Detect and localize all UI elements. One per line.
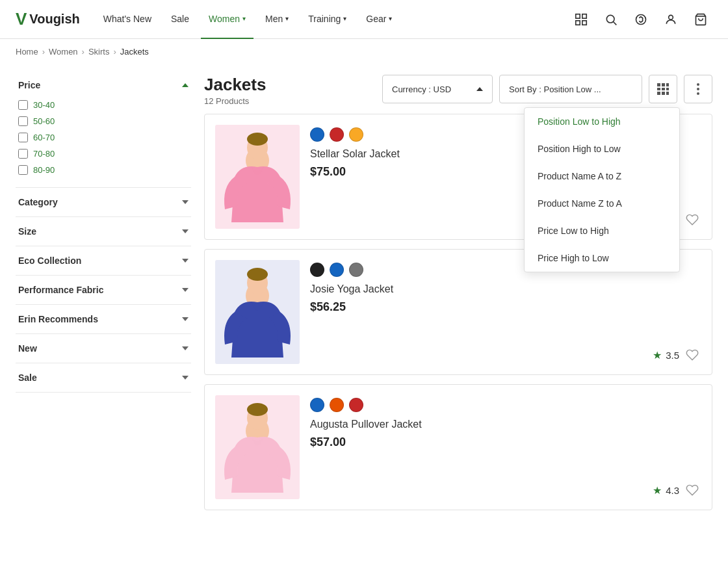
- filter-checkbox-50-60[interactable]: [18, 116, 28, 126]
- nav-links: What's NewSaleWomen ▾Men ▾Training ▾Gear…: [96, 0, 569, 39]
- sort-dropdown[interactable]: Sort By : Position Low ...: [499, 75, 642, 103]
- svg-rect-0: [576, 14, 580, 18]
- wishlist-button[interactable]: [682, 209, 703, 230]
- filter-title[interactable]: Performance Fabric: [16, 285, 191, 295]
- sort-option-price-high-to-low[interactable]: Price High to Low: [525, 244, 679, 272]
- product-price: $56.25: [310, 300, 701, 314]
- sort-option-product-name-z-to-a[interactable]: Product Name Z to A: [525, 190, 679, 217]
- filter-option-price-80-90[interactable]: 80-90: [18, 162, 188, 178]
- filter-options-price: 30-40 50-60 60-70 70-80 80-90: [16, 90, 191, 178]
- filter-title[interactable]: Category: [16, 197, 191, 207]
- svg-point-34: [247, 403, 268, 416]
- sort-option-position-low-to-high[interactable]: Position Low to High: [525, 108, 679, 135]
- filter-option-label: 50-60: [33, 116, 55, 126]
- filter-expand-icon: [182, 346, 188, 350]
- star-icon: ★: [653, 484, 662, 497]
- navbar: V Vougish What's NewSaleWomen ▾Men ▾Trai…: [0, 0, 728, 39]
- breadcrumb-skirts[interactable]: Skirts: [88, 47, 110, 57]
- toolbar: Currency : USD Sort By : Position Low ..…: [382, 75, 712, 103]
- grid-view-button[interactable]: [649, 75, 677, 103]
- filter-title[interactable]: Size: [16, 226, 191, 237]
- nav-link-men[interactable]: Men ▾: [257, 0, 296, 39]
- filter-option-price-50-60[interactable]: 50-60: [18, 113, 188, 129]
- product-colors: [310, 398, 701, 412]
- nav-chevron-icon: ▾: [343, 15, 346, 22]
- product-rating: ★ 4.3: [653, 484, 679, 497]
- nav-link-gear[interactable]: Gear ▾: [358, 0, 400, 39]
- filter-title-price[interactable]: Price: [16, 80, 191, 90]
- svg-point-9: [669, 15, 673, 20]
- color-swatch[interactable]: [330, 127, 344, 142]
- color-swatch[interactable]: [330, 398, 344, 412]
- nav-chevron-icon: ▾: [285, 15, 289, 22]
- breadcrumb-women[interactable]: Women: [49, 47, 78, 57]
- color-swatch[interactable]: [310, 127, 324, 142]
- sort-menu: Position Low to HighPosition High to Low…: [524, 107, 680, 272]
- color-swatch[interactable]: [310, 398, 324, 412]
- product-price: $57.00: [310, 436, 701, 449]
- nav-link-sale[interactable]: Sale: [163, 0, 197, 39]
- filter-section-new: New: [16, 334, 191, 363]
- currency-icon[interactable]: [629, 8, 653, 31]
- filter-expand-icon: [182, 288, 188, 292]
- sidebar: Price 30-40 50-60 60-70 70-80 80-90 Cate…: [16, 64, 191, 519]
- products-area: Jackets 12 Products Currency : USD Sort …: [204, 64, 712, 519]
- currency-dropdown[interactable]: Currency : USD: [382, 75, 493, 103]
- product-image: [215, 125, 300, 229]
- filter-title[interactable]: Erin Recommends: [16, 314, 191, 324]
- svg-point-26: [247, 133, 268, 146]
- filter-label-price: Price: [18, 80, 40, 90]
- filter-option-price-30-40[interactable]: 30-40: [18, 97, 188, 113]
- breadcrumb-current: Jackets: [120, 47, 149, 57]
- filter-title[interactable]: New: [16, 343, 191, 354]
- filter-checkbox-80-90[interactable]: [18, 165, 28, 175]
- currency-chevron-icon: [476, 87, 483, 91]
- sort-option-product-name-a-to-z[interactable]: Product Name A to Z: [525, 162, 679, 190]
- breadcrumb-home[interactable]: Home: [16, 47, 38, 57]
- color-swatch[interactable]: [349, 398, 363, 412]
- rating-value: 3.5: [666, 350, 679, 361]
- page-title-block: Jackets 12 Products: [204, 75, 266, 106]
- color-swatch[interactable]: [349, 127, 363, 142]
- wishlist-button[interactable]: [682, 480, 703, 500]
- svg-point-4: [606, 15, 614, 23]
- filter-option-price-60-70[interactable]: 60-70: [18, 129, 188, 146]
- cart-icon[interactable]: [689, 8, 712, 31]
- page-title: Jackets: [204, 75, 266, 95]
- svg-rect-14: [657, 88, 660, 90]
- nav-link-women[interactable]: Women ▾: [201, 0, 254, 39]
- currency-label: Currency : USD: [392, 84, 451, 94]
- color-swatch[interactable]: [349, 263, 363, 277]
- nav-link-training[interactable]: Training ▾: [300, 0, 354, 39]
- account-icon[interactable]: [659, 8, 682, 31]
- store-icon[interactable]: [569, 8, 593, 31]
- search-icon[interactable]: [599, 8, 623, 31]
- product-image: [215, 260, 300, 364]
- color-swatch[interactable]: [310, 263, 324, 277]
- filter-checkbox-70-80[interactable]: [18, 149, 28, 159]
- logo[interactable]: V Vougish: [16, 9, 80, 29]
- list-view-button[interactable]: [684, 75, 712, 103]
- sort-option-position-high-to-low[interactable]: Position High to Low: [525, 135, 679, 162]
- wishlist-button[interactable]: [682, 344, 703, 365]
- filter-section-sale: Sale: [16, 363, 191, 393]
- sort-option-price-low-to-high[interactable]: Price Low to High: [525, 217, 679, 244]
- filter-section-size: Size: [16, 217, 191, 246]
- svg-point-20: [697, 83, 699, 86]
- svg-point-21: [697, 88, 699, 90]
- product-info: Augusta Pullover Jacket $57.00: [310, 395, 701, 449]
- nav-chevron-icon: ▾: [389, 15, 392, 22]
- star-icon: ★: [653, 349, 662, 361]
- filter-label: Size: [18, 226, 36, 237]
- filter-option-price-70-80[interactable]: 70-80: [18, 146, 188, 162]
- filter-checkbox-30-40[interactable]: [18, 100, 28, 110]
- filter-section-erin-recommends: Erin Recommends: [16, 305, 191, 334]
- svg-point-22: [697, 92, 699, 95]
- color-swatch[interactable]: [330, 263, 344, 277]
- filter-title[interactable]: Sale: [16, 372, 191, 383]
- filter-checkbox-60-70[interactable]: [18, 133, 28, 142]
- filter-option-label: 60-70: [33, 133, 55, 142]
- nav-link-what's-new[interactable]: What's New: [96, 0, 159, 39]
- filter-title[interactable]: Eco Collection: [16, 255, 191, 266]
- product-image: [215, 395, 300, 499]
